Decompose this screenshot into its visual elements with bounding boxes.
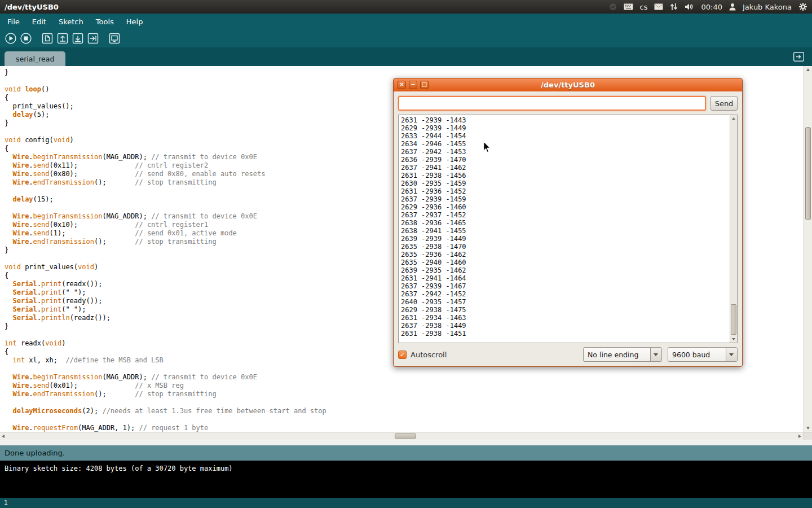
save-button[interactable] — [71, 32, 85, 45]
username[interactable]: Jakub Kakona — [743, 3, 792, 11]
scroll-up-arrow-icon[interactable] — [730, 115, 737, 122]
code-line: Wire.endTransmission(); // stop transmit… — [5, 390, 326, 398]
volume-icon[interactable] — [685, 3, 694, 11]
sync-arrows-icon[interactable] — [670, 3, 678, 11]
session-gear-icon[interactable] — [798, 2, 807, 11]
chevron-down-icon[interactable] — [650, 348, 661, 361]
send-row: Send — [398, 96, 738, 111]
verify-button[interactable] — [4, 32, 17, 45]
serial-line: 2631 -2939 -1443 — [401, 116, 730, 124]
code-line: Serial.println(readz()); — [5, 314, 326, 322]
serial-monitor-controls: ✓ Autoscroll No line ending 9600 baud — [398, 347, 738, 362]
serial-line: 2629 -2939 -1449 — [401, 124, 730, 132]
editor-horizontal-scrollbar[interactable] — [0, 432, 812, 440]
code-line — [5, 255, 326, 263]
serial-line: 2637 -2938 -1449 — [401, 322, 730, 330]
scroll-up-arrow-icon[interactable] — [804, 66, 812, 73]
scroll-down-arrow-icon[interactable] — [730, 336, 737, 343]
line-ending-dropdown[interactable]: No line ending — [583, 347, 662, 362]
window-controls: × − □ — [398, 81, 429, 89]
serial-line: 2637 -2942 -1453 — [401, 148, 730, 156]
tab-bar: serial_read — [0, 47, 812, 66]
stop-button[interactable] — [19, 32, 33, 45]
serial-line: 2635 -2938 -1470 — [401, 243, 730, 251]
user-icon — [729, 3, 736, 11]
menu-item-edit[interactable]: Edit — [26, 17, 52, 26]
serial-monitor-titlebar[interactable]: /dev/ttyUSB0 × − □ — [394, 78, 742, 91]
minimize-icon[interactable]: − — [409, 81, 417, 89]
code-line: Wire.beginTransmission(MAG_ADDR); // tra… — [5, 212, 326, 221]
scrollbar-corner — [804, 432, 812, 440]
serial-line: 2637 -2939 -1467 — [401, 282, 730, 290]
vertical-scrollbar-thumb[interactable] — [805, 127, 811, 220]
tab-label: serial_read — [16, 55, 54, 63]
serial-line: 2638 -2941 -1455 — [401, 227, 730, 235]
menu-bar: FileEditSketchToolsHelp — [0, 14, 812, 29]
serial-scrollbar-thumb[interactable] — [731, 304, 736, 335]
serial-line: 2639 -2939 -1449 — [401, 235, 730, 243]
chevron-down-icon[interactable] — [726, 348, 737, 361]
code-line: delay(15); — [5, 195, 326, 204]
serial-scrollbar[interactable] — [730, 115, 737, 343]
close-icon[interactable]: × — [398, 81, 406, 89]
panel-window-title: /dev/ttyUSB0 — [5, 3, 59, 11]
serial-input[interactable] — [398, 96, 706, 111]
upload-button[interactable] — [86, 32, 100, 45]
maximize-icon[interactable]: □ — [420, 81, 429, 89]
code-line: void config(void) — [5, 136, 326, 144]
serial-line: 2631 -2938 -1456 — [401, 172, 730, 179]
code-line: void print_values(void) — [5, 263, 326, 271]
serial-line: 2630 -2935 -1459 — [401, 179, 730, 187]
code-line: { — [5, 348, 326, 356]
send-button[interactable]: Send — [710, 96, 738, 111]
editor-vertical-scrollbar[interactable] — [804, 66, 812, 432]
scroll-right-arrow-icon[interactable] — [796, 432, 803, 440]
toolbar — [0, 29, 812, 47]
serial-line: 2638 -2936 -1465 — [401, 219, 730, 227]
mail-icon[interactable] — [654, 3, 663, 10]
code-line — [5, 365, 326, 373]
tab-serial-read[interactable]: serial_read — [5, 51, 65, 66]
code-line: delay(5); — [5, 111, 326, 119]
line-ending-value: No line ending — [584, 348, 650, 361]
top-panel: /dev/ttyUSB0 cs 00:40 Jakub Kakona — [0, 0, 812, 14]
scroll-left-arrow-icon[interactable] — [0, 432, 7, 440]
code-line: Wire.send(0x11); // cntrl register2 — [5, 161, 326, 170]
editor-code[interactable]: } void loop(){ print_values(); delay(5);… — [5, 68, 326, 432]
open-button[interactable] — [56, 32, 69, 45]
menu-item-tools[interactable]: Tools — [90, 17, 120, 26]
keyboard-icon[interactable] — [624, 3, 633, 10]
serial-output-area: 2631 -2939 -14432629 -2939 -14492633 -29… — [398, 115, 738, 343]
indicator-applet-icon[interactable] — [609, 3, 617, 11]
serial-monitor-button[interactable] — [108, 32, 121, 45]
serial-monitor-title: /dev/ttyUSB0 — [394, 81, 742, 89]
scroll-down-arrow-icon[interactable] — [804, 425, 812, 432]
serial-line: 2631 -2938 -1451 — [401, 330, 730, 338]
code-line: Wire.send(0x10); // cntrl register1 — [5, 221, 326, 229]
code-line: void loop() — [5, 85, 326, 94]
status-divider — [0, 440, 812, 445]
keyboard-layout-indicator[interactable]: cs — [640, 3, 648, 11]
serial-line: 2637 -2937 -1452 — [401, 211, 730, 219]
console-output-line: Binary sketch size: 4208 bytes (of a 307… — [5, 465, 807, 473]
menu-item-sketch[interactable]: Sketch — [52, 17, 90, 26]
menu-item-file[interactable]: File — [1, 17, 26, 26]
autoscroll-checkbox[interactable]: ✓ — [398, 351, 407, 359]
serial-line: 2636 -2939 -1470 — [401, 156, 730, 164]
serial-line: 2639 -2935 -1462 — [401, 266, 730, 274]
code-line — [5, 331, 326, 339]
serial-line: 2629 -2938 -1475 — [401, 306, 730, 314]
serial-line: 2631 -2936 -1452 — [401, 187, 730, 195]
code-line: Serial.print(" "); — [5, 305, 326, 314]
code-line: print_values(); — [5, 102, 326, 111]
serial-line: 2635 -2936 -1462 — [401, 251, 730, 259]
baud-rate-dropdown[interactable]: 9600 baud — [668, 347, 738, 362]
code-line: Wire.beginTransmission(MAG_ADDR); // tra… — [5, 153, 326, 161]
clock[interactable]: 00:40 — [701, 3, 722, 11]
code-line — [5, 415, 326, 424]
tab-menu-icon[interactable] — [793, 52, 804, 64]
menu-item-help[interactable]: Help — [120, 17, 149, 26]
new-sketch-button[interactable] — [41, 32, 54, 45]
panel-indicators: cs 00:40 Jakub Kakona — [609, 2, 807, 11]
horizontal-scrollbar-thumb[interactable] — [395, 433, 416, 439]
